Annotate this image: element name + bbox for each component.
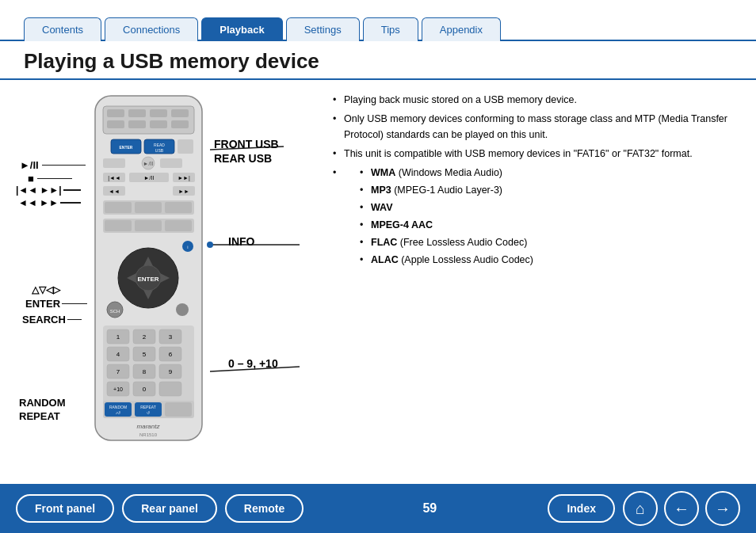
nav-arrows-label: △▽◁▷ (32, 284, 60, 295)
bullet-list: Playing back music stored on a USB memor… (333, 92, 740, 268)
left-panel: ENTER READ USB ►/II |◄◄ ►/II ►►| (16, 88, 317, 476)
play-pause-label: ►/II (20, 159, 86, 171)
svg-rect-9 (171, 120, 189, 128)
page-title: Playing a USB memory device (0, 41, 756, 80)
search-label: SEARCH (22, 314, 82, 326)
svg-text:ENTER: ENTER (137, 276, 158, 283)
svg-text:↺: ↺ (147, 410, 150, 415)
svg-rect-7 (128, 120, 146, 128)
right-panel: Playing back music stored on a USB memor… (317, 88, 740, 476)
home-button[interactable]: ⌂ (623, 491, 658, 526)
file-type-mp3: MP3 (MPEG-1 Audio Layer-3) (360, 182, 740, 198)
main-content: ENTER READ USB ►/II |◄◄ ►/II ►►| (0, 80, 756, 484)
tab-connections[interactable]: Connections (105, 17, 198, 41)
file-type-wma: WMA (Windows Media Audio) (360, 165, 740, 181)
front-panel-button[interactable]: Front panel (16, 494, 114, 523)
svg-text:SCH: SCH (110, 309, 120, 314)
svg-rect-5 (171, 109, 189, 117)
svg-text:►►|: ►►| (178, 175, 190, 181)
back-button[interactable]: ← (664, 491, 699, 526)
svg-rect-19 (160, 158, 182, 168)
svg-text:6: 6 (169, 351, 173, 358)
bullet-item: Playing back music stored on a USB memor… (333, 92, 740, 108)
svg-rect-15 (178, 139, 193, 154)
rear-panel-button[interactable]: Rear panel (122, 494, 217, 523)
svg-text:USB: USB (155, 148, 164, 153)
svg-text:REPEAT: REPEAT (140, 405, 156, 409)
tab-appendix[interactable]: Appendix (422, 17, 501, 41)
file-type-list: WMA (Windows Media Audio) MP3 (MPEG-1 Au… (344, 165, 740, 268)
svg-text:►/II: ►/II (144, 175, 155, 181)
svg-text:◄◄: ◄◄ (109, 188, 120, 194)
svg-rect-6 (107, 120, 124, 128)
svg-rect-8 (150, 120, 167, 128)
svg-text:♪↺: ♪↺ (116, 410, 121, 415)
svg-rect-4 (150, 109, 167, 117)
page-number: 59 (319, 501, 540, 516)
num-keys-label: 0 – 9, +10 (228, 357, 278, 370)
tab-settings[interactable]: Settings (286, 17, 360, 41)
svg-rect-37 (165, 220, 192, 231)
svg-rect-16 (103, 158, 125, 168)
svg-rect-31 (105, 202, 132, 213)
svg-rect-2 (107, 109, 124, 117)
svg-rect-35 (105, 220, 132, 231)
svg-text:i: i (187, 245, 188, 249)
svg-text:7: 7 (116, 368, 120, 375)
svg-text:►/II: ►/II (143, 161, 154, 166)
svg-text:►►: ►► (178, 188, 189, 194)
skip-label: |◄◄ ►►| (16, 185, 81, 196)
svg-text:1: 1 (116, 333, 120, 341)
bullet-item: Only USB memory devices conforming to ma… (333, 111, 740, 143)
svg-text:READ: READ (154, 143, 165, 147)
front-rear-usb-label: FRONT USB REAR USB (214, 137, 279, 166)
file-type-alac: ALAC (Apple Lossless Audio Codec) (360, 252, 740, 268)
remote-illustration: ENTER READ USB ►/II |◄◄ ►/II ►►| (87, 92, 210, 448)
svg-text:|◄◄: |◄◄ (108, 175, 120, 181)
svg-text:5: 5 (143, 351, 147, 358)
svg-text:ENTER: ENTER (120, 145, 133, 150)
file-type-wav: WAV (360, 200, 740, 215)
bullet-item: WMA (Windows Media Audio) MP3 (MPEG-1 Au… (333, 165, 740, 268)
svg-text:9: 9 (169, 368, 173, 375)
svg-rect-32 (135, 202, 162, 213)
enter-label: ENTER (25, 298, 87, 310)
bullet-item: This unit is compatible with USB memory … (333, 146, 740, 162)
nav-tabs: Contents Connections Playback Settings T… (0, 0, 756, 41)
random-repeat-label: RANDOM REPEAT (19, 397, 66, 424)
svg-text:2: 2 (143, 333, 147, 341)
svg-text:+10: +10 (113, 386, 123, 392)
file-type-flac: FLAC (Free Lossless Audio Codec) (360, 234, 740, 250)
svg-text:RANDOM: RANDOM (109, 405, 127, 409)
svg-text:8: 8 (143, 368, 147, 375)
svg-text:3: 3 (169, 333, 173, 341)
info-label: INFO (228, 235, 254, 248)
svg-text:NR1510: NR1510 (139, 432, 158, 437)
svg-text:0: 0 (143, 386, 147, 393)
tab-playback[interactable]: Playback (201, 17, 282, 41)
tab-tips[interactable]: Tips (363, 17, 418, 41)
svg-rect-36 (135, 220, 162, 231)
svg-text:4: 4 (116, 351, 120, 358)
svg-rect-73 (159, 382, 181, 396)
svg-rect-33 (165, 202, 192, 213)
svg-point-49 (176, 303, 189, 316)
forward-button[interactable]: → (705, 491, 740, 526)
rew-ff-label: ◄◄ ►► (18, 197, 81, 208)
stop-label: ■ (28, 173, 72, 185)
nav-icon-buttons: ⌂ ← → (623, 491, 740, 526)
tab-contents[interactable]: Contents (24, 17, 101, 41)
svg-rect-81 (165, 402, 192, 417)
index-button[interactable]: Index (548, 494, 615, 523)
remote-button[interactable]: Remote (225, 494, 304, 523)
svg-rect-3 (128, 109, 146, 117)
bottom-bar: Front panel Rear panel Remote 59 Index ⌂… (0, 484, 756, 533)
svg-text:marantz: marantz (137, 423, 161, 430)
file-type-mpeg4aac: MPEG-4 AAC (360, 217, 740, 233)
